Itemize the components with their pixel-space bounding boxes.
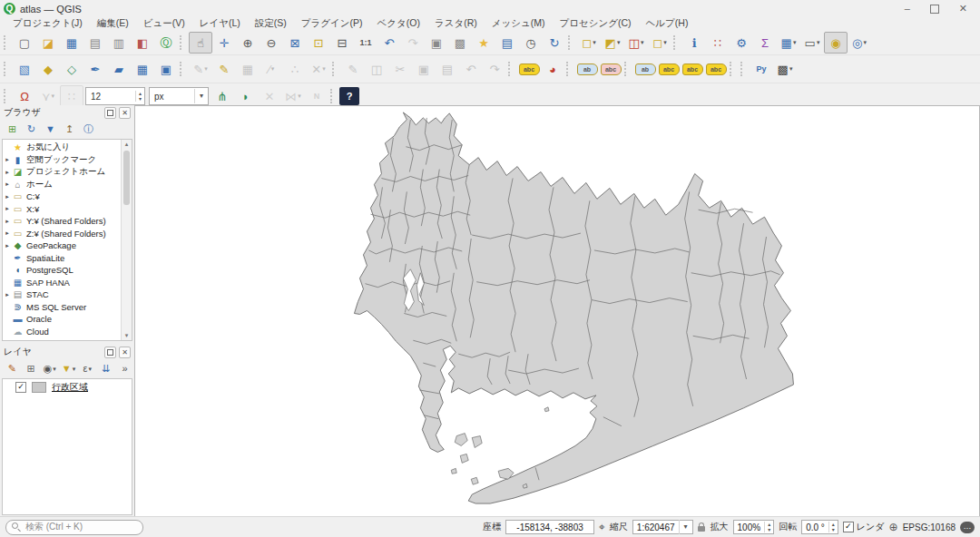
toggle-editing-icon[interactable]: ✎ (212, 58, 236, 80)
search-input[interactable]: 検索 (Ctrl + K) (5, 520, 143, 535)
layer-diagram-options-icon[interactable]: ◕ (541, 58, 564, 80)
render-checkbox[interactable]: ✓ レンダ (843, 521, 885, 533)
layer-row[interactable]: ✓行政区域 (3, 379, 132, 395)
undo-icon[interactable]: ↶ (459, 58, 483, 80)
browser-properties-icon[interactable]: ⓘ (79, 121, 98, 139)
new-map-view-icon[interactable]: ▣ (425, 32, 448, 54)
coordinate-input[interactable]: -158134, -38803 (505, 520, 594, 534)
cut-features-icon[interactable]: ✂ (388, 58, 412, 80)
zoom-to-selection-icon[interactable]: ⊡ (307, 32, 330, 54)
toolbar-grip[interactable] (508, 62, 514, 76)
toolbar-grip[interactable] (568, 35, 573, 50)
scale-combo[interactable]: 1:620467 ▾ (632, 520, 693, 534)
identify-features-icon[interactable]: ℹ (682, 32, 706, 54)
snapping-tolerance[interactable]: 12▴▾ (85, 87, 145, 105)
browser-item[interactable]: ⋑MS SQL Server (3, 301, 122, 314)
layer-visibility-checkbox[interactable]: ✓ (15, 382, 26, 393)
processing-toolbox-icon[interactable]: ⚙ (730, 32, 753, 54)
delete-selected-icon[interactable]: ◫ (365, 58, 388, 80)
filter-browser-icon[interactable]: ▼ (41, 121, 60, 139)
temporal-controller-icon[interactable]: ◷ (519, 32, 543, 54)
browser-item[interactable]: ▸◆GeoPackage (3, 239, 122, 252)
paste-features-icon[interactable]: ▤ (436, 58, 459, 80)
show-hide-labels-icon[interactable]: abc (657, 58, 681, 80)
rotation-spinbox[interactable]: 0.0 ° ▴▾ (801, 520, 838, 534)
toolbar-grip[interactable] (624, 62, 630, 76)
menu-project[interactable]: プロジェクト(J) (5, 16, 90, 31)
browser-item[interactable]: ◖PostgreSQL (3, 264, 122, 277)
browser-item[interactable]: ▬Oracle (3, 313, 122, 326)
pan-map-icon[interactable]: ☝ (189, 32, 212, 54)
map-tips-icon[interactable]: ◉ (824, 32, 848, 54)
magnifier-spinbox[interactable]: 100% ▴▾ (733, 520, 775, 534)
layers-close-button[interactable]: ✕ (119, 347, 131, 358)
scroll-thumb[interactable] (123, 151, 130, 205)
enable-snapping-icon[interactable]: Ω (13, 85, 36, 107)
snapping-on-intersection-icon[interactable]: ◗ (234, 85, 258, 107)
spin-arrows-icon[interactable]: ▴▾ (764, 522, 773, 532)
layer-name[interactable]: 行政区域 (52, 381, 88, 394)
browser-item[interactable]: ▦SAP HANA (3, 277, 122, 289)
menu-layer[interactable]: レイヤ(L) (192, 16, 248, 31)
new-print-layout-icon[interactable]: ▤ (83, 32, 107, 54)
redo-icon[interactable]: ↷ (483, 58, 506, 80)
collapse-all-icon[interactable]: ↥ (60, 121, 79, 139)
select-features-icon[interactable]: ◻▾ (577, 32, 601, 54)
rotate-label-icon[interactable]: abc (681, 58, 704, 80)
toolbar-grip[interactable] (730, 62, 735, 76)
move-label-diagram-icon[interactable]: ab (633, 58, 657, 80)
messages-icon[interactable]: … (960, 522, 975, 533)
filter-by-expression-icon[interactable]: ε▾ (78, 360, 97, 378)
close-button[interactable]: ✕ (959, 4, 967, 14)
toolbar-grip[interactable] (180, 62, 185, 76)
browser-item[interactable]: ▸▮空間ブックマーク (3, 154, 122, 167)
zoom-to-layer-icon[interactable]: ⊟ (330, 32, 354, 54)
add-vector-layer-icon[interactable]: ◆ (36, 58, 60, 80)
statistical-summary-icon[interactable]: ∷ (706, 32, 730, 54)
snapping-mode-icon[interactable]: ⋎▾ (36, 85, 60, 107)
open-project-icon[interactable]: ◪ (36, 32, 60, 54)
refresh-browser-icon[interactable]: ↻ (22, 121, 41, 139)
add-group-icon[interactable]: ⊞ (22, 360, 41, 378)
save-project-icon[interactable]: ▦ (60, 32, 83, 54)
layers-float-button[interactable] (104, 347, 116, 358)
menu-help[interactable]: ヘルプ(H) (639, 16, 696, 31)
menu-mesh[interactable]: メッシュ(M) (485, 16, 553, 31)
zoom-in-icon[interactable]: ⊕ (236, 32, 260, 54)
copy-features-icon[interactable]: ▣ (412, 58, 436, 80)
globe-icon[interactable]: ⊕ (889, 521, 898, 533)
menu-view[interactable]: ビュー(V) (136, 16, 192, 31)
toolbar-grip[interactable] (4, 89, 9, 103)
toolbar-grip[interactable] (332, 62, 338, 76)
scroll-up-icon[interactable]: ▴ (125, 140, 129, 149)
highlight-pinned-labels-icon[interactable]: abc (599, 58, 622, 80)
new-3d-map-view-icon[interactable]: ▩ (448, 32, 472, 54)
browser-item[interactable]: ▸▭Z:¥ (Shared Folders) (3, 228, 122, 240)
extent-icon[interactable]: ⌖ (599, 521, 605, 533)
toolbar-grip[interactable] (4, 62, 9, 76)
manage-map-themes-icon[interactable]: ◉▾ (40, 360, 59, 378)
pan-to-selection-icon[interactable]: ✛ (212, 32, 236, 54)
show-spatial-bookmarks-icon[interactable]: ▤ (495, 32, 519, 54)
show-layout-manager-icon[interactable]: ▥ (107, 32, 131, 54)
new-geopackage-layer-icon[interactable]: ◇ (60, 58, 83, 80)
locator-settings-icon[interactable]: ◎▾ (848, 32, 871, 54)
menu-processing[interactable]: プロセシング(C) (553, 16, 639, 31)
spin-arrows-icon[interactable]: ▴▾ (828, 522, 838, 532)
python-console-icon[interactable]: Py (750, 58, 773, 80)
menu-settings[interactable]: 設定(S) (248, 16, 294, 31)
new-mesh-layer-icon[interactable]: ▦ (131, 58, 154, 80)
open-data-source-manager-icon[interactable]: ▧ (13, 58, 36, 80)
zoom-next-icon[interactable]: ↷ (401, 32, 425, 54)
digitize-with-segment-icon[interactable]: ∕▾ (260, 58, 283, 80)
browser-item[interactable]: ▸▤STAC (3, 288, 122, 301)
change-label-properties-icon[interactable]: abc (704, 58, 728, 80)
avoid-overlap-icon[interactable]: N (305, 85, 328, 107)
filter-legend-icon[interactable]: ▼▾ (59, 360, 78, 378)
browser-item[interactable]: ▸◪プロジェクトホーム (3, 166, 122, 179)
toolbar-grip[interactable] (673, 35, 679, 50)
current-edits-icon[interactable]: ✎▾ (189, 58, 212, 80)
menu-edit[interactable]: 編集(E) (90, 16, 136, 31)
new-shapefile-layer-icon[interactable]: ✒ (83, 58, 107, 80)
browser-item[interactable]: ★お気に入り (3, 142, 122, 154)
